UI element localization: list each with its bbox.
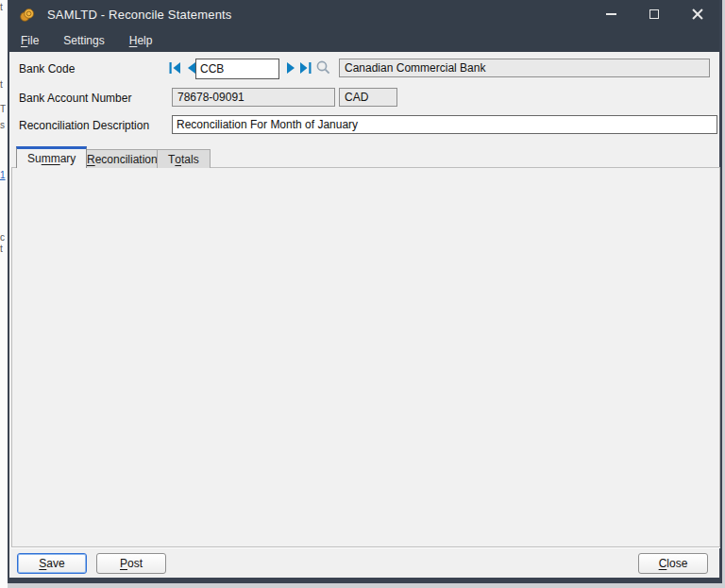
close-button[interactable]: Close [638, 553, 708, 574]
save-button[interactable]: Save [17, 553, 87, 574]
first-record-button[interactable] [168, 60, 182, 76]
close-icon [692, 8, 703, 20]
edge-fragment: t [0, 79, 3, 90]
next-record-button[interactable] [284, 60, 298, 76]
menubar: File Settings Help [9, 28, 719, 52]
bank-account-number-label: Bank Account Number [19, 92, 131, 105]
edge-fragment: c [0, 232, 5, 243]
minimize-icon [606, 13, 616, 15]
edge-fragment: s [0, 120, 5, 130]
reconciliation-description-label: Reconciliation Description [19, 119, 149, 132]
tab-summary[interactable]: Summary [16, 146, 87, 168]
menu-help[interactable]: Help [129, 34, 153, 47]
edge-fragment: t [0, 2, 3, 12]
bank-code-finder-icon[interactable] [315, 59, 331, 76]
app-icon [19, 7, 35, 23]
last-record-button[interactable] [298, 60, 312, 76]
maximize-button[interactable] [632, 0, 676, 28]
reconciliation-description-input[interactable] [172, 115, 717, 134]
menu-file[interactable]: File [21, 34, 39, 47]
currency-field: CAD [339, 88, 397, 107]
bank-code-label: Bank Code [19, 62, 75, 76]
window-title: SAMLTD - Reconcile Statements [47, 8, 232, 22]
post-button[interactable]: Post [96, 553, 166, 574]
maximize-icon [649, 9, 659, 19]
bank-name-field: Canadian Commercial Bank [339, 59, 710, 77]
edge-fragment: T [0, 104, 6, 114]
edge-fragment: t [0, 244, 3, 254]
edge-fragment: 1 [0, 170, 6, 180]
tab-reconciliation[interactable]: Reconciliation [76, 149, 169, 168]
minimize-button[interactable] [589, 0, 632, 28]
reconcile-statements-window: SAMLTD - Reconcile Statements File Setti… [8, 0, 722, 583]
bank-account-number-field: 78678-09091 [172, 88, 335, 107]
close-window-button[interactable] [676, 0, 719, 28]
tab-totals[interactable]: Totals [157, 149, 211, 168]
summary-tab-panel [11, 167, 720, 547]
background-window-edge: t t T s 1 c t [0, 0, 8, 588]
menu-settings[interactable]: Settings [63, 34, 104, 47]
titlebar: SAMLTD - Reconcile Statements [9, 0, 719, 28]
bank-code-input[interactable] [195, 59, 279, 79]
